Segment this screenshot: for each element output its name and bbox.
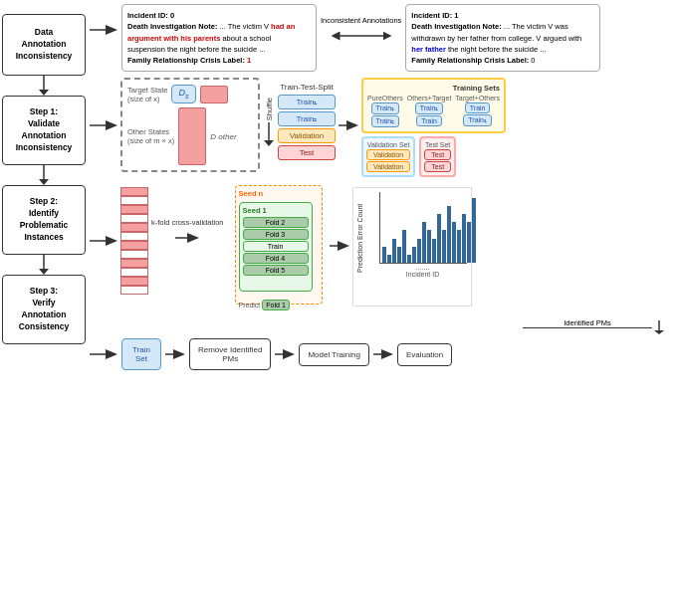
seed-n-label: Seed n (239, 189, 319, 198)
incident-1-id: Incident ID: 1 (411, 10, 594, 21)
data-annotation-label: Data Annotation Inconsistency (2, 14, 86, 76)
seed-n-box: Seed n Seed 1 Fold 2 Fold 3 Train Fold 4… (235, 185, 323, 305)
svg-marker-30 (283, 349, 295, 359)
bar-item (397, 247, 401, 263)
validation-set-label: Validation Set (366, 141, 410, 148)
fold1: Fold 1 (262, 300, 289, 310)
fold3: Fold 3 (243, 229, 309, 240)
inconsistent-label: Inconsistent Annotations (321, 16, 401, 27)
incident-1-box: Incident ID: 1 Death Investigation Note:… (405, 4, 600, 72)
seed-container: Seed n Seed 1 Fold 2 Fold 3 Train Fold 4… (227, 185, 327, 314)
train-test-split-box: Train-Test-Split Train₁ Train₂ Validatio… (278, 78, 336, 160)
validation-set-container: Validation Set Validation Validation (361, 136, 415, 177)
dother-label: D other (210, 132, 236, 141)
other-states-label: Other States (127, 127, 174, 136)
seed-1-label: Seed 1 (243, 206, 309, 215)
bar-item (472, 198, 476, 263)
fold5: Fold 5 (243, 265, 309, 276)
train-green: Train (243, 241, 309, 252)
bar-chart: Prediction Error Count ....... Incident … (352, 187, 472, 307)
bar-item (422, 222, 426, 263)
svg-marker-24 (654, 330, 664, 334)
predict-label: Predict (239, 302, 261, 308)
train2-item: Train₂ (278, 111, 336, 126)
other-states-size: (size of m × x) (127, 136, 174, 145)
shuffle-label: Shuffle (265, 98, 274, 120)
bar-item (452, 222, 456, 263)
identified-pms-row: Identified PMs (90, 320, 670, 334)
target-state-size: (size of x) (127, 95, 167, 103)
incident-1-note: Death Investigation Note: ... The victim… (411, 21, 594, 55)
fold2: Fold 2 (243, 217, 309, 228)
bar-item (407, 255, 411, 263)
step1-label: Step 1: Validate Annotation Inconsistenc… (2, 96, 86, 165)
bar-item (412, 247, 416, 263)
step3-row: Train Set Remove Identified PMs Model Tr… (90, 338, 680, 370)
incident-0-note-label: Death Investigation Note: (127, 22, 217, 31)
val-item-1: Validation (366, 149, 410, 160)
seed-1-box: Seed 1 Fold 2 Fold 3 Train Fold 4 Fold 5 (239, 202, 313, 292)
identified-pms-label: Identified PMs (523, 318, 652, 327)
svg-marker-32 (381, 349, 393, 359)
step2-row: k-fold cross-validation Seed n Seed 1 Fo… (90, 183, 680, 314)
bar-item (447, 206, 451, 263)
bar-item (387, 255, 391, 263)
bar-item (457, 230, 461, 263)
ds-box: Ds (171, 85, 195, 103)
training-sets-label: Training Sets (367, 84, 500, 93)
bar-item (382, 247, 386, 263)
inconsistent-label-block: Inconsistent Annotations (321, 4, 401, 43)
top-row: Incident ID: 0 Death Investigation Note:… (90, 4, 680, 72)
evaluation-box: Evaluation (397, 343, 452, 366)
step2-label: Step 2: Identify Problematic Instances (2, 185, 86, 255)
bar-item (392, 239, 396, 263)
bar-item (417, 239, 421, 263)
model-training-box: Model Training (299, 343, 368, 366)
target-others-train1: Train₁ (463, 114, 492, 126)
bar-chart-area (379, 192, 467, 264)
bar-item (402, 230, 406, 263)
validation-item: Validation (278, 128, 336, 143)
bar-chart-x-label: ....... Incident ID (379, 264, 467, 278)
svg-marker-12 (106, 120, 117, 130)
striped-column (120, 187, 148, 295)
step3-label: Step 3: Verify Annotation Consistency (2, 275, 86, 344)
test-set-container: Test Set Test Test (419, 136, 456, 177)
pure-others-train1: Train₁ (371, 103, 400, 114)
test-item-1: Test (424, 149, 451, 160)
bar-item (462, 214, 466, 263)
test-set-label: Test Set (424, 141, 451, 148)
incident-0-family: Family Relationship Crisis Label: 1 (127, 55, 311, 66)
bar-item (442, 230, 446, 263)
others-target-train2: Train (416, 115, 442, 126)
target-other-box: Target State (size of x) Ds Other States… (120, 78, 260, 172)
incident-0-family-label: Family Relationship Crisis Label: (127, 56, 245, 65)
svg-marker-7 (106, 25, 117, 35)
svg-marker-14 (264, 140, 274, 146)
incident-1-family: Family Relationship Crisis Label: 0 (411, 55, 594, 66)
svg-marker-20 (187, 233, 199, 243)
svg-marker-28 (173, 349, 185, 359)
incident-1-note-label: Death Investigation Note: (411, 22, 501, 31)
val-item-2: Validation (366, 161, 410, 172)
bar-chart-y-label: Prediction Error Count (355, 198, 364, 278)
train-test-split-label: Train-Test-Split (280, 83, 334, 92)
bar-item (437, 214, 441, 263)
train1-item: Train₁ (278, 95, 336, 109)
kfold-label: k-fold cross-validation (151, 218, 224, 229)
bar-item (432, 239, 436, 263)
incident-0-id: Incident ID: 0 (127, 10, 311, 21)
target-others-header: Target+Others (455, 95, 500, 102)
others-target-train1: Train₁ (415, 103, 444, 114)
incident-0-box: Incident ID: 0 Death Investigation Note:… (121, 4, 317, 72)
svg-marker-18 (106, 236, 117, 246)
svg-marker-26 (106, 349, 117, 359)
target-others-train: Train (465, 103, 491, 113)
pure-others-train2: Train₂ (371, 115, 400, 127)
incident-0-note: Death Investigation Note: ... The victim… (127, 21, 311, 55)
bar-item (427, 230, 431, 263)
test-item: Test (278, 145, 336, 160)
others-target-header: Others+Target (407, 95, 452, 102)
incident-1-family-value: 0 (531, 56, 535, 65)
svg-marker-16 (346, 120, 358, 130)
